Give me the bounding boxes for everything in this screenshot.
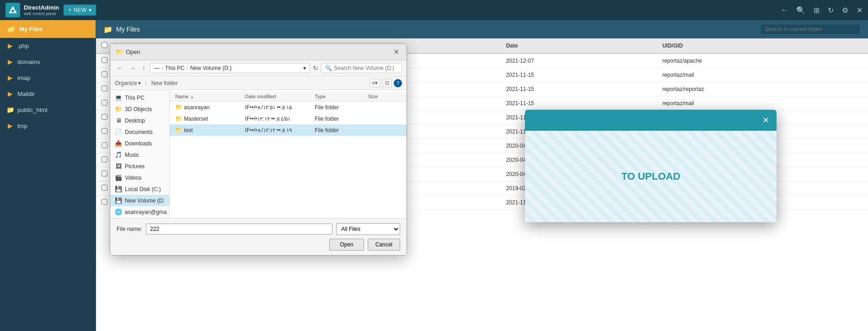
refresh-icon[interactable]: ↻ <box>828 6 834 15</box>
nav-item-local-disk[interactable]: 💾Local Disk (C:) <box>110 183 169 195</box>
cancel-button[interactable]: Cancel <box>368 239 400 251</box>
filetype-select[interactable]: All Files <box>336 223 400 235</box>
dialog-close-button[interactable]: ✕ <box>391 48 401 56</box>
grid-icon[interactable]: ⊞ <box>814 6 820 15</box>
row-checkbox[interactable] <box>102 71 107 77</box>
nav-item-icon: 💻 <box>115 94 122 101</box>
file-uid: reportaz/mail <box>657 96 868 111</box>
help-button[interactable]: ? <box>394 79 402 87</box>
col-type-header[interactable]: Type <box>315 94 364 99</box>
new-folder-button[interactable]: New folder <box>151 80 177 86</box>
sidebar-item-php[interactable]: ▶ .php <box>0 38 96 54</box>
row-checkbox[interactable] <box>102 100 107 106</box>
sidebar-header[interactable]: 📁 My Files <box>0 20 96 38</box>
settings-icon[interactable]: ⚙ <box>842 6 848 15</box>
content-header: 📁 My Files <box>96 20 868 38</box>
upload-dialog: ✕ TO UPLOAD <box>525 110 777 222</box>
sidebar-item-maildir[interactable]: ▶ Maildir <box>0 86 96 102</box>
file-uid: reportaz/mail <box>657 68 868 82</box>
search-volume-input[interactable] <box>334 65 398 71</box>
nav-item-this-pc[interactable]: 💻This PC <box>110 92 169 103</box>
dialog-title: 📁 Open <box>116 48 140 55</box>
breadcrumb-dropdown-icon[interactable]: ▾ <box>303 65 306 71</box>
nav-item-documents[interactable]: 📄Documents <box>110 126 169 138</box>
row-checkbox[interactable] <box>102 185 107 191</box>
row-checkbox[interactable] <box>102 114 107 120</box>
open-dialog: 📁 Open ✕ ← → ↑ — › This PC › New Volume … <box>110 43 407 256</box>
row-checkbox[interactable] <box>102 57 107 63</box>
nav-item-3d-objects[interactable]: 📁3D Objects <box>110 103 169 115</box>
nav-item-new-volume[interactable]: 💾New Volume (D: <box>110 195 169 206</box>
sidebar-item-public-html[interactable]: 📁 public_html <box>0 102 96 118</box>
select-all-checkbox[interactable] <box>102 42 107 48</box>
row-checkbox[interactable] <box>102 142 107 148</box>
filename-row: File name: All Files <box>117 223 400 235</box>
view-controls: ≡▾ ⊡ ? <box>370 79 402 87</box>
nav-item-label: 3D Objects <box>125 106 152 112</box>
file-date: 2021-12-07 <box>500 53 657 68</box>
nav-item-downloads[interactable]: 📥Downloads <box>110 138 169 149</box>
folder-icon-small: 📁 <box>175 104 182 111</box>
sidebar-item-tmp[interactable]: ▶ tmp <box>0 118 96 134</box>
footer-buttons: Open Cancel <box>117 239 400 251</box>
nav-item-label: Videos <box>125 175 141 181</box>
row-checkbox[interactable] <box>102 128 107 134</box>
view-large-icons-button[interactable]: ⊡ <box>382 79 392 87</box>
upload-close-button[interactable]: ✕ <box>762 115 769 125</box>
col-date-header[interactable]: Date modified <box>245 94 311 99</box>
nav-item-pictures[interactable]: 🖼Pictures <box>110 160 169 172</box>
upload-text: TO UPLOAD <box>621 171 680 182</box>
dialog-file-date: IF••/•∧/١٩ ٥.•• ١٢:١٢ <box>245 127 311 133</box>
nav-item-desktop[interactable]: 🖥Desktop <box>110 115 169 126</box>
refresh-location-button[interactable]: ↻ <box>313 64 318 72</box>
filename-input[interactable] <box>146 224 332 235</box>
sidebar-item-label: imap <box>17 75 30 81</box>
row-checkbox[interactable] <box>102 171 107 176</box>
breadcrumb-root: This PC <box>165 65 185 71</box>
col-size-header[interactable]: Size <box>368 94 401 99</box>
open-button[interactable]: Open <box>329 239 364 251</box>
breadcrumb-icon: — <box>154 65 160 71</box>
close-icon[interactable]: ✕ <box>857 6 863 15</box>
nav-item-asanrayan-com[interactable]: 🌐asanrayan.com@ <box>110 218 169 218</box>
dialog-nav-panel: 💻This PC📁3D Objects🖥Desktop📄Documents📥Do… <box>110 90 170 218</box>
dialog-file-row[interactable]: 📁 Masterset IF••/•٤/٥١ ٥.•• ١٢:١٢ File f… <box>170 113 407 124</box>
search-icon[interactable]: 🔍 <box>796 6 805 15</box>
nav-item-icon: 💾 <box>115 186 122 192</box>
back-icon[interactable]: ← <box>781 6 788 14</box>
organize-button[interactable]: Organize ▾ <box>115 80 141 86</box>
dialog-file-row[interactable]: 📁 asanrayan IF••/•∧/١٥ ٥.•• ١٢:٥١ File f… <box>170 101 407 113</box>
nav-item-videos[interactable]: 🎬Videos <box>110 172 169 183</box>
dialog-file-name: 📁 test <box>175 127 241 133</box>
dialog-file-row[interactable]: 📁 test IF••/•∧/١٩ ٥.•• ١٢:١٢ File folder <box>170 124 407 136</box>
upload-dialog-header: ✕ <box>525 110 777 131</box>
nav-item-label: Local Disk (C:) <box>125 186 161 192</box>
dialog-toolbar: ← → ↑ — › This PC › New Volume (D:) ▾ ↻ … <box>110 60 407 76</box>
row-checkbox[interactable] <box>102 85 107 91</box>
folder-icon-small: 📁 <box>175 127 182 133</box>
plus-icon: + <box>68 7 71 13</box>
up-nav-button[interactable]: ↑ <box>140 64 147 73</box>
col-name-header[interactable]: Name ▲ <box>175 94 241 99</box>
row-checkbox[interactable] <box>102 156 107 162</box>
nav-item-icon: 📥 <box>115 140 122 147</box>
forward-nav-button[interactable]: → <box>128 64 138 73</box>
folder-icon: 📁 <box>6 25 16 33</box>
dialog-file-name: 📁 Masterset <box>175 115 241 122</box>
sidebar-item-label: Maildir <box>17 91 35 97</box>
nav-item-label: Desktop <box>125 117 145 124</box>
sidebar-item-domains[interactable]: ▶ domains <box>0 54 96 70</box>
new-button[interactable]: + NEW ▾ <box>64 5 96 16</box>
search-input[interactable] <box>760 24 861 35</box>
nav-item-icon: 🖼 <box>115 163 122 170</box>
nav-item-music[interactable]: 🎵Music <box>110 149 169 160</box>
nav-item-asanrayan-gma[interactable]: 🌐asanrayan@gma <box>110 206 169 218</box>
back-nav-button[interactable]: ← <box>115 64 125 73</box>
dialog-file-type: File folder <box>315 104 364 111</box>
nav-item-icon: 📄 <box>115 128 122 135</box>
view-details-button[interactable]: ≡▾ <box>370 79 380 87</box>
nav-item-label: This PC <box>125 95 145 101</box>
sidebar-item-imap[interactable]: ▶ imap <box>0 70 96 86</box>
row-checkbox[interactable] <box>102 199 107 205</box>
col-uid: UID/GID <box>657 38 868 53</box>
